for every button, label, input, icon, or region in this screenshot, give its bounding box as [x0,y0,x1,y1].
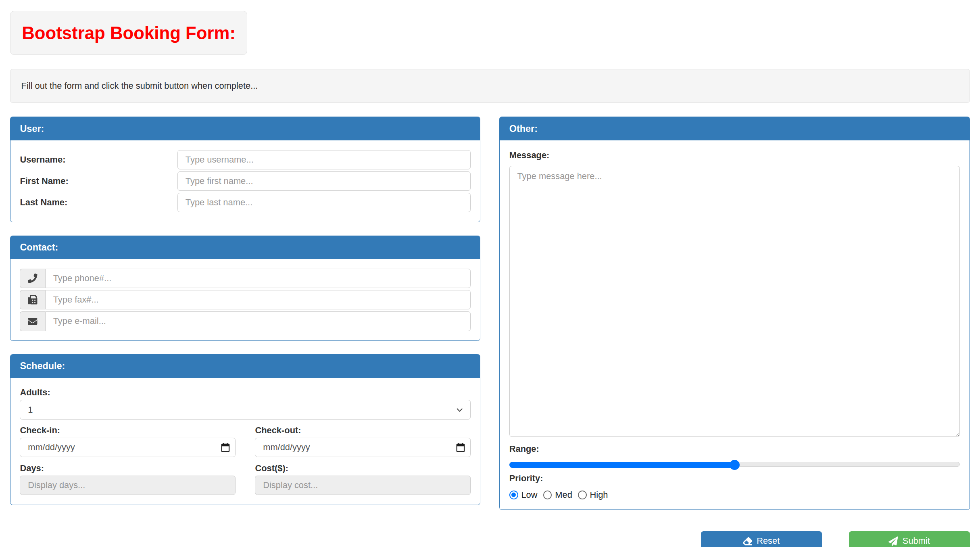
form-actions: Reset Submit [10,531,970,547]
left-column: User: Username: First Name: Last Name: [10,117,480,518]
fax-input[interactable] [45,290,471,309]
phone-icon [20,269,45,288]
message-textarea[interactable] [509,166,960,437]
contact-panel-heading: Contact: [10,236,480,259]
form-columns: User: Username: First Name: Last Name: [10,117,970,523]
cost-output [255,476,471,495]
user-panel-heading: User: [10,117,480,140]
last-name-input[interactable] [177,193,471,212]
checkin-date-wrap [20,438,236,457]
paper-plane-icon [888,537,898,546]
message-label: Message: [509,150,960,161]
calendar-icon[interactable] [456,443,465,455]
email-field-group [20,311,471,331]
checkin-date-input[interactable] [20,438,236,457]
booking-form-page: Bootstrap Booking Form: Fill out the for… [0,0,980,547]
username-label: Username: [20,150,177,169]
other-panel: Other: Message: Range: Priority: L [499,117,970,510]
fax-field-group [20,290,471,309]
user-panel-body: Username: First Name: Last Name: [10,140,480,222]
last-name-field-row: Last Name: [20,193,471,212]
first-name-field-row: First Name: [20,171,471,191]
checkout-date-wrap [255,438,471,457]
first-name-label: First Name: [20,171,177,191]
priority-radio-med[interactable]: Med [543,490,572,500]
phone-field-group [20,269,471,288]
schedule-panel: Schedule: Adults: 1 Check-in: Check-out: [10,354,480,505]
priority-radio-low[interactable]: Low [509,490,538,500]
username-input[interactable] [177,150,471,169]
adults-select[interactable]: 1 [20,400,471,419]
adults-select-wrap: 1 [20,400,471,419]
eraser-icon [743,537,752,546]
page-title: Bootstrap Booking Form: [22,23,236,44]
instruction-text: Fill out the form and click the submit b… [21,81,258,91]
reset-button-label: Reset [757,536,780,546]
instruction-banner: Fill out the form and click the submit b… [10,69,970,103]
priority-label: Priority: [509,473,960,484]
days-output [20,476,236,495]
first-name-input[interactable] [177,171,471,191]
schedule-panel-heading: Schedule: [10,355,480,378]
days-label: Days: [20,463,236,474]
range-fill [509,462,735,468]
radio-icon [543,491,552,499]
cost-field-wrap [255,476,471,495]
submit-button-label: Submit [903,536,930,546]
email-input[interactable] [45,311,471,331]
schedule-panel-body: Adults: 1 Check-in: Check-out: [10,378,480,505]
reset-button[interactable]: Reset [701,531,822,547]
checkout-label: Check-out: [255,425,471,436]
radio-icon [578,491,587,499]
username-field-row: Username: [20,150,471,169]
cost-label: Cost($): [255,463,471,474]
adults-label: Adults: [20,387,471,398]
submit-button[interactable]: Submit [849,531,970,547]
page-title-box: Bootstrap Booking Form: [10,11,247,55]
other-panel-heading: Other: [500,117,969,140]
priority-option-label: Low [521,490,537,500]
range-label: Range: [509,444,960,455]
contact-panel: Contact: [10,236,480,341]
range-thumb[interactable] [730,460,740,470]
envelope-icon [20,311,45,331]
user-panel: User: Username: First Name: Last Name: [10,117,480,222]
checkin-label: Check-in: [20,425,236,436]
priority-radio-group: Low Med High [509,490,960,500]
days-field-wrap [20,476,236,495]
checkout-date-input[interactable] [255,438,471,457]
calendar-icon[interactable] [221,443,230,455]
schedule-grid: Check-in: Check-out: [20,420,471,495]
priority-option-label: Med [555,490,572,500]
other-panel-body: Message: Range: Priority: Low [500,140,969,509]
priority-radio-high[interactable]: High [578,490,608,500]
last-name-label: Last Name: [20,193,177,212]
priority-option-label: High [590,490,608,500]
range-slider[interactable] [509,460,960,470]
right-column: Other: Message: Range: Priority: L [499,117,970,523]
phone-input[interactable] [45,269,471,288]
fax-icon [20,290,45,309]
contact-panel-body [10,259,480,340]
radio-icon [509,491,518,499]
